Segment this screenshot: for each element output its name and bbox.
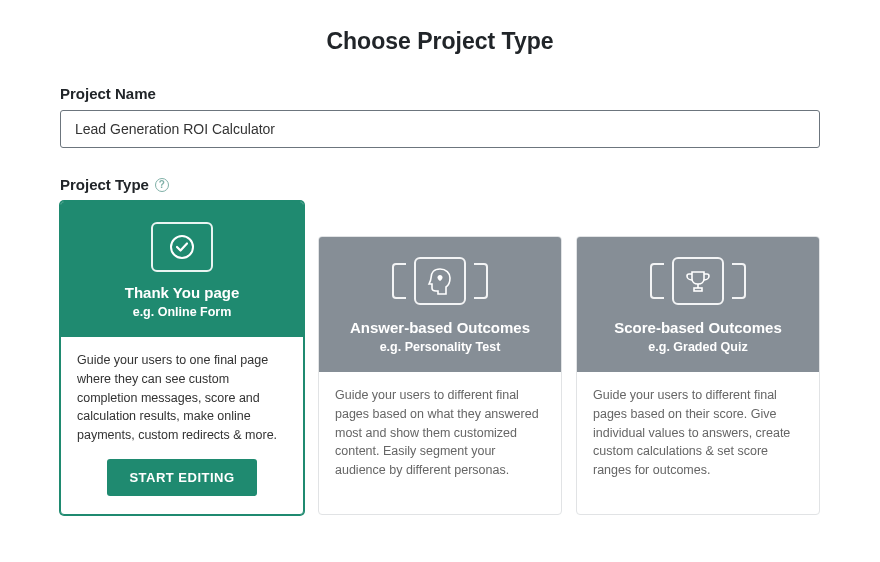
card-header: Score-based Outcomes e.g. Graded Quiz (577, 237, 819, 372)
project-name-input[interactable] (60, 110, 820, 148)
project-type-label: Project Type (60, 176, 149, 193)
trophy-icon (650, 257, 746, 305)
card-desc: Guide your users to different final page… (593, 386, 803, 480)
start-editing-button[interactable]: START EDITING (107, 459, 256, 496)
card-subtitle: e.g. Online Form (133, 305, 232, 319)
checkmark-icon (151, 222, 213, 272)
svg-rect-2 (694, 288, 702, 291)
card-desc: Guide your users to one final page where… (77, 351, 287, 445)
card-title: Score-based Outcomes (614, 319, 782, 336)
page-title: Choose Project Type (60, 28, 820, 55)
card-subtitle: e.g. Graded Quiz (648, 340, 747, 354)
card-body: Guide your users to one final page where… (61, 337, 303, 514)
card-header: Answer-based Outcomes e.g. Personality T… (319, 237, 561, 372)
project-type-card-thankyou[interactable]: Thank You page e.g. Online Form Guide yo… (60, 201, 304, 515)
persona-icon (392, 257, 488, 305)
svg-point-0 (171, 236, 193, 258)
card-header: Thank You page e.g. Online Form (61, 202, 303, 337)
card-body: Guide your users to different final page… (319, 372, 561, 514)
card-title: Answer-based Outcomes (350, 319, 530, 336)
project-type-card-score-based[interactable]: Score-based Outcomes e.g. Graded Quiz Gu… (576, 236, 820, 515)
card-title: Thank You page (125, 284, 239, 301)
card-body: Guide your users to different final page… (577, 372, 819, 514)
project-type-cards: Thank You page e.g. Online Form Guide yo… (60, 201, 820, 515)
card-subtitle: e.g. Personality Test (380, 340, 501, 354)
project-name-label: Project Name (60, 85, 820, 102)
card-desc: Guide your users to different final page… (335, 386, 545, 480)
help-icon[interactable]: ? (155, 178, 169, 192)
project-type-card-answer-based[interactable]: Answer-based Outcomes e.g. Personality T… (318, 236, 562, 515)
